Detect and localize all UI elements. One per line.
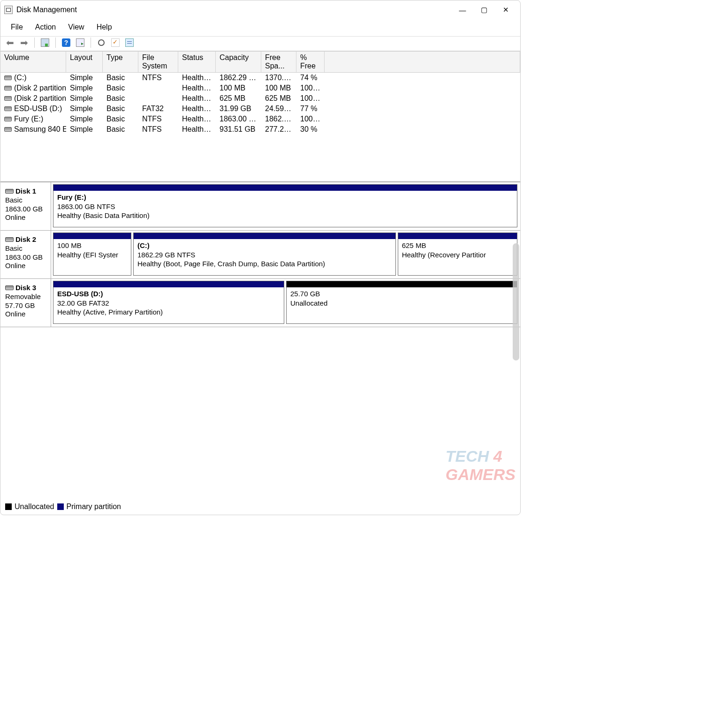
disk-row: Disk 2 Basic 1863.00 GB Online 100 MB He… [0, 231, 520, 279]
drive-icon [4, 96, 12, 101]
app-icon [4, 6, 13, 14]
window: Disk Management — ▢ ✕ File Action View H… [0, 0, 521, 515]
disk-status: Online [5, 213, 48, 222]
disk-row: Disk 3 Removable 57.70 GB Online ESD-USB… [0, 279, 520, 327]
partition-size: 1862.29 GB NTFS [137, 250, 392, 260]
table-row[interactable]: Fury (E:) Simple Basic NTFS Healthy (B..… [0, 114, 520, 124]
disk-info[interactable]: Disk 2 Basic 1863.00 GB Online [0, 231, 51, 278]
partition[interactable]: 100 MB Healthy (EFI Syster [53, 232, 131, 276]
menubar: File Action View Help [0, 19, 520, 36]
legend-label-primary: Primary partition [67, 502, 121, 511]
partition-size: 1863.00 GB NTFS [57, 202, 513, 211]
partition[interactable]: 25.70 GB Unallocated [286, 281, 517, 324]
col-status[interactable]: Status [178, 52, 216, 72]
partition-size: 100 MB [57, 241, 127, 250]
find-button[interactable] [96, 38, 107, 48]
legend-swatch-primary [57, 503, 64, 510]
properties-button[interactable] [39, 38, 51, 48]
disk-icon [5, 189, 14, 194]
col-freespace[interactable]: Free Spa... [261, 52, 296, 72]
minimize-button[interactable]: — [452, 2, 473, 18]
partition-title: Fury (E:) [57, 193, 513, 202]
maximize-button[interactable]: ▢ [473, 2, 495, 18]
partition-size: 25.70 GB [290, 289, 513, 299]
partition[interactable]: Fury (E:) 1863.00 GB NTFS Healthy (Basic… [53, 184, 517, 227]
disk-title: Disk 3 [15, 284, 36, 292]
drive-icon [4, 127, 12, 132]
legend-label-unallocated: Unallocated [15, 502, 54, 511]
partition[interactable]: (C:) 1862.29 GB NTFS Healthy (Boot, Page… [133, 232, 396, 276]
disk-partitions: 100 MB Healthy (EFI Syster (C:) 1862.29 … [51, 231, 520, 278]
col-volume[interactable]: Volume [0, 52, 66, 72]
check-icon [111, 38, 120, 47]
table-row[interactable]: Samsung 840 EVO ... Simple Basic NTFS He… [0, 124, 520, 135]
partition-status: Healthy (Boot, Page File, Crash Dump, Ba… [137, 259, 392, 269]
partition-title: (C:) [137, 241, 392, 250]
graphical-view: Disk 1 Basic 1863.00 GB Online Fury (E:)… [0, 182, 520, 498]
disk-size: 57.70 GB [5, 301, 48, 310]
disk-type: Basic [5, 196, 48, 205]
partition-size: 32.00 GB FAT32 [57, 299, 280, 308]
col-filesystem[interactable]: File System [138, 52, 178, 72]
partition[interactable]: ESD-USB (D:) 32.00 GB FAT32 Healthy (Act… [53, 281, 284, 324]
table-row[interactable]: (Disk 2 partition 1) Simple Basic Health… [0, 83, 520, 93]
disk-title: Disk 1 [15, 187, 36, 196]
watermark: TECH 4 GAMERS [446, 447, 516, 484]
drive-icon [4, 117, 12, 121]
window-title: Disk Management [16, 6, 452, 14]
volume-rows: (C:) Simple Basic NTFS Healthy (B... 186… [0, 73, 520, 181]
menu-view[interactable]: View [62, 22, 90, 32]
legend-swatch-unallocated [5, 503, 12, 510]
col-pctfree[interactable]: % Free [296, 52, 325, 72]
partition-size: 625 MB [402, 241, 513, 250]
partition-status: Healthy (Basic Data Partition) [57, 211, 513, 220]
disk-type: Removable [5, 292, 48, 301]
forward-button[interactable]: ➡ [18, 38, 30, 48]
partition[interactable]: 625 MB Healthy (Recovery Partitior [398, 232, 517, 276]
disk-size: 1863.00 GB [5, 205, 48, 214]
refresh-icon [76, 38, 84, 47]
volume-list: Volume Layout Type File System Status Ca… [0, 51, 520, 182]
menu-file[interactable]: File [5, 22, 29, 32]
legend: Unallocated Primary partition [0, 498, 520, 515]
menu-action[interactable]: Action [30, 22, 61, 32]
disk-size: 1863.00 GB [5, 253, 48, 262]
content: Volume Layout Type File System Status Ca… [0, 51, 520, 515]
menu-help[interactable]: Help [91, 22, 118, 32]
close-button[interactable]: ✕ [495, 2, 516, 18]
table-row[interactable]: ESD-USB (D:) Simple Basic FAT32 Healthy … [0, 104, 520, 114]
partition-status: Healthy (EFI Syster [57, 250, 127, 260]
disk-title: Disk 2 [15, 235, 36, 244]
partition-status: Unallocated [290, 299, 513, 308]
drive-icon [4, 75, 12, 80]
disk-row: Disk 1 Basic 1863.00 GB Online Fury (E:)… [0, 182, 520, 231]
list-button[interactable] [124, 38, 135, 48]
partition-status: Healthy (Active, Primary Partition) [57, 308, 280, 317]
disk-info[interactable]: Disk 3 Removable 57.70 GB Online [0, 279, 51, 327]
disk-partitions: ESD-USB (D:) 32.00 GB FAT32 Healthy (Act… [51, 279, 520, 327]
disk-status: Online [5, 310, 48, 319]
titlebar: Disk Management — ▢ ✕ [0, 0, 520, 19]
check-button[interactable] [110, 38, 121, 48]
table-row[interactable]: (Disk 2 partition 4) Simple Basic Health… [0, 93, 520, 104]
partition-title: ESD-USB (D:) [57, 289, 280, 299]
col-capacity[interactable]: Capacity [216, 52, 261, 72]
disk-icon [5, 285, 14, 290]
drive-icon [4, 106, 12, 111]
list-icon [125, 38, 134, 47]
help-icon: ? [62, 38, 70, 47]
table-row[interactable]: (C:) Simple Basic NTFS Healthy (B... 186… [0, 73, 520, 83]
disk-info[interactable]: Disk 1 Basic 1863.00 GB Online [0, 182, 51, 230]
help-button[interactable]: ? [61, 38, 72, 48]
drive-icon [4, 86, 12, 90]
col-type[interactable]: Type [103, 52, 138, 72]
scrollbar[interactable] [513, 243, 519, 360]
disk-icon [5, 237, 14, 242]
back-button[interactable]: ⬅ [4, 38, 15, 48]
col-layout[interactable]: Layout [66, 52, 103, 72]
find-icon [97, 38, 106, 47]
partition-status: Healthy (Recovery Partitior [402, 250, 513, 260]
disk-partitions: Fury (E:) 1863.00 GB NTFS Healthy (Basic… [51, 182, 520, 230]
properties-icon [41, 38, 49, 47]
refresh-button[interactable] [75, 38, 86, 48]
